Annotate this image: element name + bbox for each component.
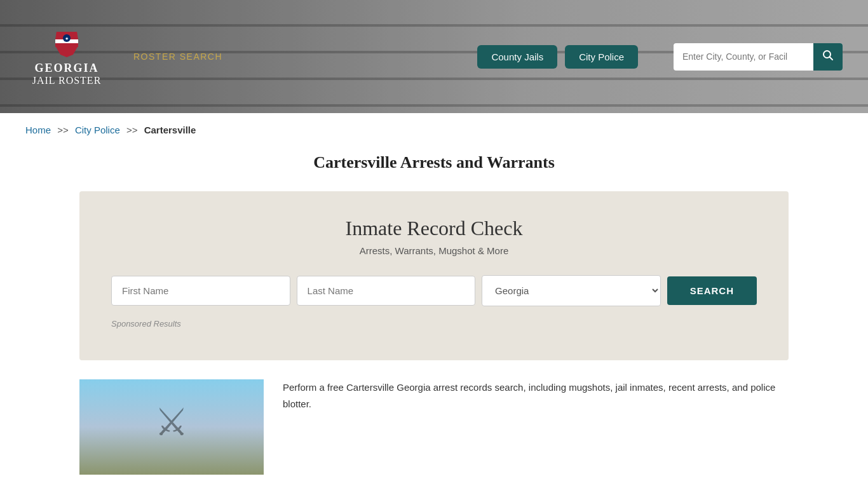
svg-line-8 <box>830 57 833 60</box>
inmate-search-button[interactable]: SEARCH <box>667 276 757 305</box>
georgia-flag-icon: ★ <box>50 27 83 60</box>
breadcrumb-sep1: >> <box>57 125 69 135</box>
first-name-input[interactable] <box>111 276 290 306</box>
site-header: ★ GEORGIA JAIL ROSTER ROSTER SEARCH Coun… <box>0 0 868 113</box>
breadcrumb: Home >> City Police >> Cartersville <box>0 113 868 147</box>
county-jails-button[interactable]: County Jails <box>477 45 557 69</box>
roster-search-link[interactable]: ROSTER SEARCH <box>133 51 222 62</box>
search-icon <box>822 50 834 61</box>
bottom-description: Perform a free Cartersville Georgia arre… <box>283 379 789 412</box>
record-check-subtitle: Arrests, Warrants, Mugshot & More <box>111 245 757 256</box>
state-select[interactable]: AlabamaAlaskaArizonaArkansasCaliforniaCo… <box>482 275 661 306</box>
header-search-input[interactable] <box>674 45 813 68</box>
page-title: Cartersville Arrests and Warrants <box>25 153 843 172</box>
logo-line1: GEORGIA <box>34 62 98 75</box>
breadcrumb-sep2: >> <box>126 125 138 135</box>
record-check-title: Inmate Record Check <box>111 217 757 240</box>
header-search-button[interactable] <box>813 43 843 71</box>
record-check-section: Inmate Record Check Arrests, Warrants, M… <box>79 191 789 360</box>
svg-text:★: ★ <box>65 36 69 41</box>
sponsored-label: Sponsored Results <box>111 319 757 329</box>
cartersville-image <box>79 379 264 475</box>
svg-rect-4 <box>55 43 78 47</box>
inmate-search-form: AlabamaAlaskaArizonaArkansasCaliforniaCo… <box>111 275 757 306</box>
breadcrumb-home[interactable]: Home <box>25 125 51 135</box>
nav-buttons: County Jails City Police <box>477 45 638 69</box>
site-logo[interactable]: ★ GEORGIA JAIL ROSTER <box>25 27 108 86</box>
breadcrumb-city-police[interactable]: City Police <box>75 125 120 135</box>
header-search-bar <box>674 43 843 71</box>
logo-line2: JAIL ROSTER <box>32 75 102 86</box>
breadcrumb-current: Cartersville <box>144 125 196 135</box>
bottom-section: Perform a free Cartersville Georgia arre… <box>0 360 868 488</box>
page-title-area: Cartersville Arrests and Warrants <box>0 147 868 191</box>
last-name-input[interactable] <box>297 276 476 306</box>
city-police-button[interactable]: City Police <box>565 45 638 69</box>
